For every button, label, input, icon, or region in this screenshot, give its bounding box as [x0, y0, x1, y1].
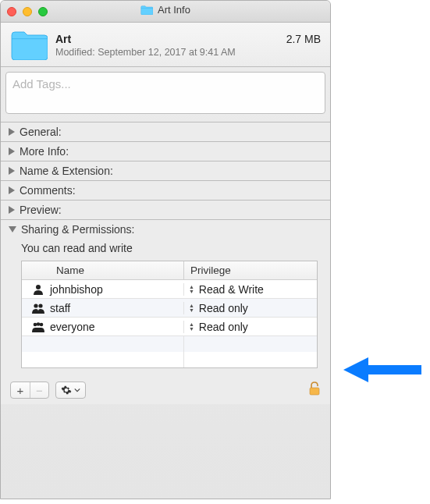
- add-remove-segment: + −: [10, 382, 49, 399]
- section-sharing-permissions[interactable]: Sharing & Permissions:: [1, 220, 330, 239]
- privilege-stepper-icon[interactable]: ▲▼: [189, 303, 194, 313]
- zoom-icon[interactable]: [38, 7, 48, 16]
- item-name: Art: [55, 33, 71, 45]
- svg-point-3: [34, 303, 37, 307]
- table-row-empty: [22, 352, 317, 367]
- svg-rect-0: [141, 8, 153, 9]
- toolbar: + −: [1, 376, 330, 404]
- table-row[interactable]: staff ▲▼ Read only: [22, 299, 317, 318]
- minimize-icon[interactable]: [23, 7, 32, 16]
- info-window: Art Info Art 2.7 MB Modified: September …: [0, 0, 331, 499]
- table-row[interactable]: everyone ▲▼ Read only: [22, 318, 317, 336]
- callout-arrow-icon: [343, 354, 421, 385]
- titlebar: Art Info: [1, 1, 330, 23]
- privilege-value: Read only: [199, 321, 248, 333]
- user-name: staff: [50, 302, 70, 314]
- svg-point-5: [34, 322, 37, 326]
- action-menu-button[interactable]: [55, 382, 86, 399]
- user-pair-icon: [31, 303, 45, 314]
- privilege-value: Read & Write: [199, 283, 264, 296]
- sharing-body: You can read and write Name Privilege jo…: [1, 239, 330, 376]
- folder-icon: [140, 5, 153, 15]
- disclosure-right-icon: [9, 128, 15, 136]
- close-icon[interactable]: [7, 7, 16, 16]
- svg-rect-1: [12, 38, 48, 39]
- column-privilege[interactable]: Privilege: [184, 261, 317, 279]
- user-group-icon: [31, 321, 45, 332]
- item-size: 2.7 MB: [286, 33, 321, 45]
- section-general[interactable]: General:: [1, 122, 330, 141]
- window-controls: [7, 7, 48, 16]
- column-name[interactable]: Name: [22, 261, 184, 279]
- svg-rect-8: [310, 388, 319, 395]
- svg-point-6: [37, 322, 41, 326]
- svg-point-7: [40, 322, 44, 326]
- disclosure-right-icon: [9, 186, 15, 194]
- section-name-extension[interactable]: Name & Extension:: [1, 161, 330, 180]
- disclosure-right-icon: [9, 206, 15, 214]
- remove-button[interactable]: −: [30, 382, 48, 398]
- user-name: everyone: [50, 321, 95, 333]
- title-text: Art Info: [158, 4, 190, 16]
- folder-icon: [10, 30, 48, 60]
- disclosure-down-icon: [9, 226, 16, 232]
- gear-icon: [61, 385, 72, 396]
- disclosure-right-icon: [9, 167, 15, 175]
- add-button[interactable]: +: [11, 382, 30, 398]
- privilege-value: Read only: [199, 302, 248, 314]
- window-title: Art Info: [140, 4, 190, 16]
- chevron-down-icon: [74, 387, 80, 393]
- section-preview[interactable]: Preview:: [1, 201, 330, 219]
- svg-point-2: [36, 285, 41, 289]
- section-comments[interactable]: Comments:: [1, 181, 330, 200]
- user-name: johnbishop: [50, 283, 103, 296]
- privilege-stepper-icon[interactable]: ▲▼: [189, 322, 194, 332]
- table-row-empty: [22, 336, 317, 352]
- user-single-icon: [31, 284, 45, 295]
- svg-point-4: [38, 303, 42, 307]
- privilege-stepper-icon[interactable]: ▲▼: [189, 285, 194, 294]
- disclosure-right-icon: [9, 147, 15, 155]
- tags-input[interactable]: Add Tags...: [5, 72, 325, 114]
- table-row[interactable]: johnbishop ▲▼ Read & Write: [22, 280, 317, 299]
- sharing-message: You can read and write: [21, 242, 318, 254]
- header: Art 2.7 MB Modified: September 12, 2017 …: [1, 23, 330, 67]
- section-more-info[interactable]: More Info:: [1, 142, 330, 161]
- lock-icon[interactable]: [308, 382, 321, 399]
- table-header: Name Privilege: [22, 261, 317, 280]
- item-modified: Modified: September 12, 2017 at 9:41 AM: [55, 47, 321, 58]
- tags-placeholder: Add Tags...: [12, 77, 71, 91]
- permissions-table: Name Privilege johnbishop ▲▼ Read & Writ…: [21, 261, 318, 368]
